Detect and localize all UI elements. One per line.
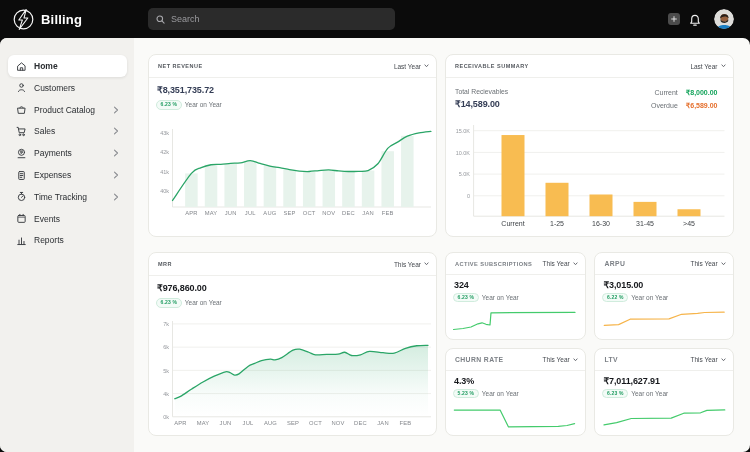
period-label: Last Year xyxy=(690,63,717,70)
svg-text:5.0K: 5.0K xyxy=(459,171,471,177)
sidebar-item-label: Customers xyxy=(34,83,75,93)
chevron-right-icon xyxy=(113,127,119,135)
card-header: CHURN RATEThis Year xyxy=(446,349,585,371)
card-title: CHURN RATE xyxy=(455,356,503,363)
receivable-summary-card: RECEIVABLE SUMMARY Last Year Total Recie… xyxy=(445,54,734,237)
svg-text:4k: 4k xyxy=(163,391,169,397)
sidebar-item-customers[interactable]: Customers xyxy=(8,77,127,99)
badge-row: 6.23 % Year on Year xyxy=(156,100,222,110)
chevron-down-icon xyxy=(573,358,578,362)
totals-block: Total Recievables ₹14,589.00 xyxy=(455,88,508,109)
search-input[interactable]: Search xyxy=(148,8,395,30)
sidebar-item-product-catalog[interactable]: Product Catalog xyxy=(8,99,127,121)
svg-text:6k: 6k xyxy=(163,344,169,350)
period-label: This Year xyxy=(543,260,570,267)
chevron-right-icon xyxy=(113,149,119,157)
search-icon xyxy=(156,15,165,24)
search-placeholder: Search xyxy=(171,14,200,24)
sidebar-item-sales[interactable]: Sales xyxy=(8,120,127,142)
customers-icon xyxy=(16,82,27,93)
plus-icon xyxy=(671,16,677,22)
chevron-right-icon xyxy=(113,193,119,201)
svg-text:5k: 5k xyxy=(163,368,169,374)
sidebar-item-events[interactable]: Events xyxy=(8,208,127,230)
svg-text:MAY: MAY xyxy=(205,210,218,216)
period-dropdown[interactable]: This Year xyxy=(394,261,429,268)
svg-text:JUN: JUN xyxy=(220,420,232,426)
svg-text:10.0K: 10.0K xyxy=(456,150,471,156)
svg-text:NOV: NOV xyxy=(322,210,335,216)
sidebar-item-label: Events xyxy=(34,214,60,224)
sidebar-item-payments[interactable]: Payments xyxy=(8,142,127,164)
svg-text:>45: >45 xyxy=(683,220,695,227)
svg-text:Current: Current xyxy=(501,220,524,227)
card-title: LTV xyxy=(604,356,618,363)
ltv-value: ₹7,011,627.91 xyxy=(603,376,659,386)
chevron-down-icon xyxy=(721,64,726,68)
period-label: This Year xyxy=(543,356,570,363)
chevron-down-icon xyxy=(721,358,726,362)
events-icon xyxy=(16,213,27,224)
svg-text:7k: 7k xyxy=(163,321,169,327)
app-title: Billing xyxy=(41,12,82,27)
ltv-card: LTVThis Year₹7,011,627.916.23 %Year on Y… xyxy=(594,348,733,436)
bell-icon xyxy=(689,14,701,27)
sidebar-item-label: Payments xyxy=(34,148,72,158)
total-receivables-label: Total Recievables xyxy=(455,88,508,95)
notifications-button[interactable] xyxy=(689,13,701,26)
period-dropdown[interactable]: Last Year xyxy=(394,63,429,70)
badge-row: 6.22 %Year on Year xyxy=(602,293,668,303)
time-tracking-icon xyxy=(16,191,27,202)
sidebar-item-expenses[interactable]: Expenses xyxy=(8,164,127,186)
svg-text:JAN: JAN xyxy=(377,420,389,426)
sidebar-item-label: Time Tracking xyxy=(34,192,87,202)
svg-text:0k: 0k xyxy=(163,414,169,420)
card-header: ARPUThis Year xyxy=(595,253,732,275)
yoy-label: Year on Year xyxy=(482,294,519,301)
svg-text:FEB: FEB xyxy=(382,210,394,216)
svg-text:SEP: SEP xyxy=(287,420,299,426)
period-dropdown[interactable]: Last Year xyxy=(690,63,725,70)
chevron-down-icon xyxy=(424,64,429,68)
sidebar-item-home[interactable]: Home xyxy=(8,55,127,77)
badge-row: 6.23 %Year on Year xyxy=(453,293,519,303)
period-dropdown[interactable]: This Year xyxy=(543,260,578,267)
chevron-right-icon xyxy=(113,106,119,114)
svg-text:SEP: SEP xyxy=(283,210,295,216)
card-title: RECEIVABLE SUMMARY xyxy=(455,63,529,69)
yoy-badge: 6.23 % xyxy=(156,100,182,110)
arpu-value: ₹3,015.00 xyxy=(603,280,643,290)
payments-icon xyxy=(16,148,27,159)
app-panel: HomeCustomersProduct CatalogSalesPayment… xyxy=(0,38,750,452)
user-avatar[interactable] xyxy=(714,9,734,29)
yoy-label: Year on Year xyxy=(631,390,668,397)
svg-text:APR: APR xyxy=(174,420,187,426)
sidebar-item-reports[interactable]: Reports xyxy=(8,229,127,251)
badge-row: 6.23 %Year on Year xyxy=(602,389,668,399)
period-dropdown[interactable]: This Year xyxy=(543,356,578,363)
period-dropdown[interactable]: This Year xyxy=(690,260,725,267)
card-header: ACTIVE SUBSCRIPTIONSThis Year xyxy=(446,253,585,275)
churn-rate-value: 4.3% xyxy=(454,376,474,386)
svg-text:OCT: OCT xyxy=(309,420,322,426)
reports-icon xyxy=(16,235,27,246)
svg-text:42k: 42k xyxy=(160,149,169,155)
svg-text:JUL: JUL xyxy=(245,210,256,216)
yoy-badge: 6.22 % xyxy=(602,293,628,303)
period-dropdown[interactable]: This Year xyxy=(690,356,725,363)
period-label: This Year xyxy=(690,356,717,363)
mrr-value: ₹976,860.00 xyxy=(157,283,207,293)
add-button[interactable] xyxy=(668,13,680,25)
aging-legend: Current ₹8,000.00 Overdue ₹6,589.00 xyxy=(651,89,718,110)
active-subscriptions-value: 324 xyxy=(454,280,469,290)
net-revenue-chart: 43k42k41k40kAPRMAYJUNJULAUGSEPOCTNOVDECJ… xyxy=(149,121,438,223)
yoy-label: Year on Year xyxy=(185,299,222,306)
svg-text:OCT: OCT xyxy=(303,210,316,216)
svg-text:0: 0 xyxy=(467,193,470,199)
overdue-value: ₹6,589.00 xyxy=(686,102,718,110)
sidebar-item-time-tracking[interactable]: Time Tracking xyxy=(8,186,127,208)
yoy-label: Year on Year xyxy=(631,294,668,301)
chevron-down-icon xyxy=(424,262,429,266)
net-revenue-value: ₹8,351,735.72 xyxy=(157,85,214,95)
mrr-card: MRR This Year ₹976,860.00 6.23 % Year on… xyxy=(148,252,437,436)
